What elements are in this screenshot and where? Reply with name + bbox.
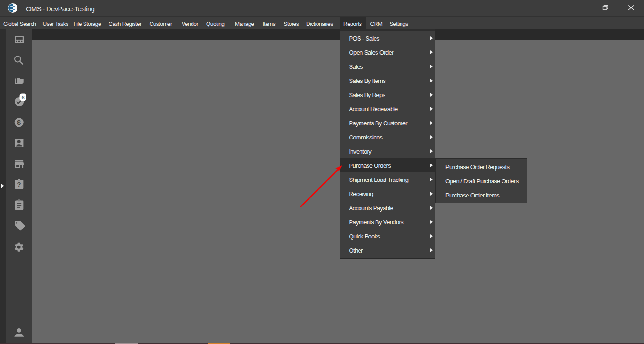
svg-text:?: ? [17,181,21,188]
svg-text:$: $ [17,119,21,126]
svg-text:6: 6 [21,95,24,100]
